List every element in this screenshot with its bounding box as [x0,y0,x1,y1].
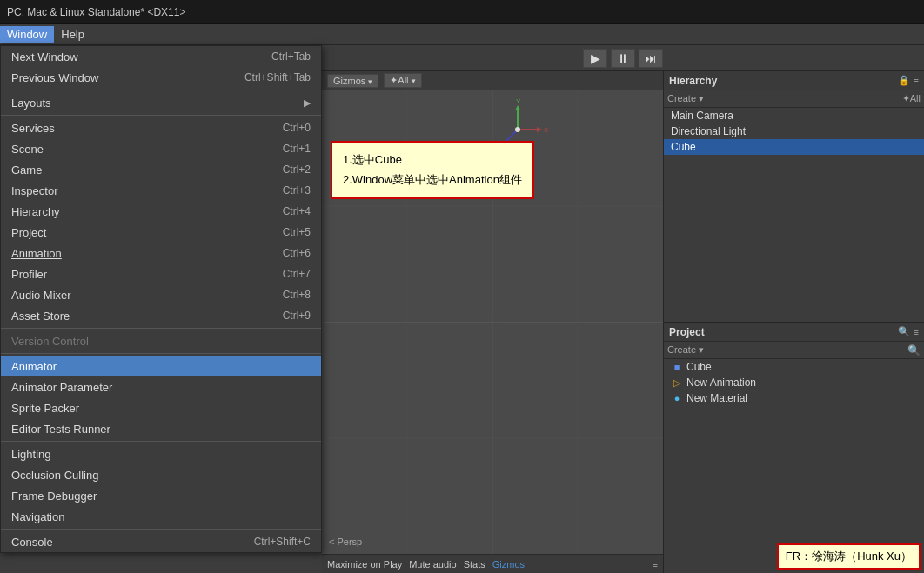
separator-6 [1,529,321,530]
stats-btn[interactable]: Stats [464,559,485,570]
play-button[interactable]: ▶ [583,49,607,68]
hierarchy-lock-icon[interactable]: 🔒 [898,75,910,86]
all-button[interactable]: ✦All ▾ [384,73,421,88]
dd-hierarchy[interactable]: Hierarchy Ctrl+4 [1,201,321,222]
annotation-line1: 1.选中Cube [343,150,522,170]
persp-label: < Persp [329,536,362,547]
project-panel: Project 🔍 ≡ Create ▾ 🔍 ■ Cube ▷ [664,323,924,573]
views-container: Gizmos ▾ ✦All ▾ [322,71,924,573]
dd-animator-param[interactable]: Animator Parameter [1,376,321,397]
project-toolbar: Create ▾ 🔍 [664,342,924,359]
scene-menu-icon[interactable]: ≡ [653,559,658,570]
dd-scene[interactable]: Scene Ctrl+1 [1,138,321,159]
annotation-line2: 2.Window菜单中选中Animation组件 [343,170,522,190]
separator-3 [1,328,321,329]
dd-audio-mixer[interactable]: Audio Mixer Ctrl+8 [1,284,321,305]
hierarchy-menu-icon[interactable]: ≡ [914,76,919,86]
gizmos-button[interactable]: Gizmos ▾ [327,74,378,88]
dd-services[interactable]: Services Ctrl+0 [1,117,321,138]
dd-next-window[interactable]: Next Window Ctrl+Tab [1,46,321,67]
separator-2 [1,115,321,116]
mat-icon: ● [671,392,683,404]
project-item-animation[interactable]: ▷ New Animation [664,375,924,390]
dd-navigation[interactable]: Navigation [1,506,321,527]
mute-audio-btn[interactable]: Mute audio [409,559,456,570]
hierarchy-panel: Hierarchy 🔒 ≡ Create ▾ ✦All Main Camera … [664,71,924,323]
menu-bar: Window Help [0,24,924,45]
dd-game[interactable]: Game Ctrl+2 [1,159,321,180]
scene-toolbar: Gizmos ▾ ✦All ▾ [322,71,663,90]
scene-bottom-bar: Maximize on Play Mute audio Stats Gizmos… [322,554,663,573]
dd-profiler[interactable]: Profiler Ctrl+7 [1,263,321,284]
project-title: Project [669,326,705,338]
fr-label: FR：徐海涛（Hunk Xu） [777,543,921,570]
scene-view: Gizmos ▾ ✦All ▾ [322,71,663,573]
dd-version-control: Version Control [1,330,321,351]
project-header: Project 🔍 ≡ [664,323,924,342]
separator-4 [1,353,321,354]
dd-sprite-packer[interactable]: Sprite Packer [1,397,321,418]
dd-occlusion[interactable]: Occlusion Culling [1,464,321,485]
project-menu-icon[interactable]: ≡ [914,327,919,337]
separator-1 [1,90,321,90]
dd-editor-tests[interactable]: Editor Tests Runner [1,418,321,439]
project-lock-icon[interactable]: 🔍 [898,326,910,337]
project-item-material[interactable]: ● New Material [664,390,924,406]
hierarchy-title: Hierarchy [669,75,717,87]
step-button[interactable]: ⏭ [639,49,663,68]
hierarchy-header: Hierarchy 🔒 ≡ [664,71,924,90]
hierarchy-toolbar: Create ▾ ✦All [664,90,924,108]
dd-frame-debugger[interactable]: Frame Debugger [1,485,321,506]
project-search-btn[interactable]: 🔍 [907,344,921,356]
dd-animation[interactable]: Animation Ctrl+6 [1,243,321,263]
dd-lighting[interactable]: Lighting [1,443,321,464]
right-panel: Hierarchy 🔒 ≡ Create ▾ ✦All Main Camera … [663,71,924,573]
main-area: ▶ ⏸ ⏭ Gizmos ▾ ✦All ▾ [322,45,924,573]
hierarchy-create-btn[interactable]: Create ▾ [667,93,704,104]
dd-layouts[interactable]: Layouts ▶ [1,92,321,113]
separator-5 [1,441,321,442]
project-create-btn[interactable]: Create ▾ [667,344,704,356]
dd-inspector[interactable]: Inspector Ctrl+3 [1,180,321,201]
title-bar: PC, Mac & Linux Standalone* <DX11> [0,0,924,24]
pause-button[interactable]: ⏸ [611,49,635,68]
hierarchy-item-camera[interactable]: Main Camera [664,108,924,123]
anim-icon: ▷ [671,376,683,389]
hierarchy-item-cube[interactable]: Cube [664,139,924,155]
dd-animator[interactable]: Animator [1,356,321,376]
dd-console[interactable]: Console Ctrl+Shift+C [1,531,321,552]
window-dropdown: Next Window Ctrl+Tab Previous Window Ctr… [0,45,322,553]
dd-prev-window[interactable]: Previous Window Ctrl+Shift+Tab [1,67,321,88]
dd-project[interactable]: Project Ctrl+5 [1,222,321,243]
maximize-on-play-btn[interactable]: Maximize on Play [327,559,402,570]
svg-text:Y: Y [516,97,521,105]
hierarchy-item-light[interactable]: Directional Light [664,123,924,139]
annotation-box: 1.选中Cube 2.Window菜单中选中Animation组件 [331,141,534,199]
dd-asset-store[interactable]: Asset Store Ctrl+9 [1,305,321,326]
svg-text:X: X [544,126,549,134]
svg-point-17 [515,127,520,132]
gizmos-bottom-btn[interactable]: Gizmos [492,559,525,570]
cube-icon: ■ [671,361,683,373]
hierarchy-all-btn[interactable]: ✦All [902,93,921,104]
toolbar: ▶ ⏸ ⏭ [322,45,924,71]
menu-help[interactable]: Help [54,26,91,43]
project-item-cube[interactable]: ■ Cube [664,359,924,375]
title-text: PC, Mac & Linux Standalone* <DX11> [7,6,185,18]
menu-window[interactable]: Window [0,26,54,43]
